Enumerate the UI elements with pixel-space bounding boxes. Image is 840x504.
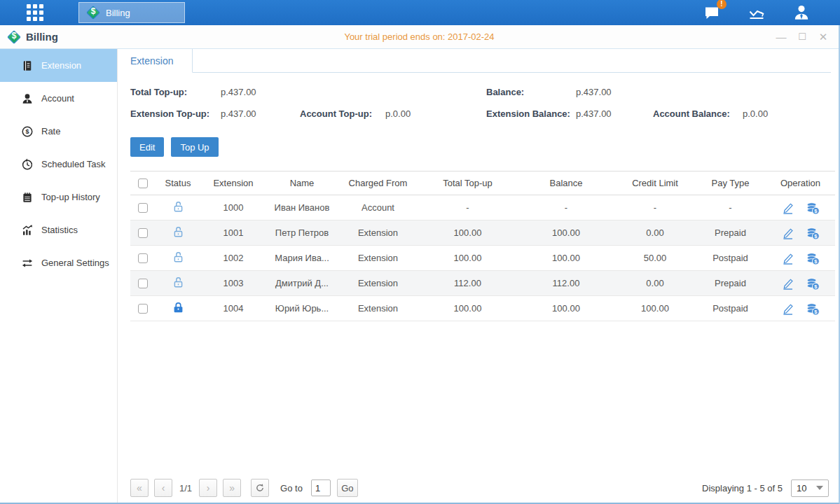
sidebar-item-label: Account: [41, 93, 74, 104]
sidebar-item-scheduled-task[interactable]: Scheduled Task: [0, 148, 117, 181]
cell-pay-type: Postpaid: [695, 296, 766, 321]
row-checkbox[interactable]: [138, 279, 148, 288]
sidebar-item-statistics[interactable]: Statistics: [0, 214, 117, 246]
cell-extension: 1002: [200, 246, 266, 271]
trial-notice: Your trial period ends on: 2017-02-24: [0, 31, 839, 42]
chevron-down-icon: [816, 486, 823, 490]
sidebar-item-label: Rate: [41, 126, 60, 136]
cell-total-topup: 100.00: [418, 246, 517, 271]
edit-row-icon[interactable]: [781, 226, 794, 239]
table-row[interactable]: 1003 Дмитрий Д... Extension 112.00 112.0…: [130, 271, 835, 296]
ledger-icon: [21, 59, 34, 72]
next-page-button[interactable]: ›: [199, 479, 217, 497]
last-page-button[interactable]: »: [223, 479, 241, 497]
sidebar-item-topup-history[interactable]: Top-up History: [0, 181, 117, 214]
extensions-table: Status Extension Name Charged From Total…: [130, 171, 835, 321]
minimize-icon[interactable]: —: [776, 31, 787, 43]
balance-value: p.437.00: [576, 87, 612, 97]
top-up-button[interactable]: Top Up: [171, 137, 218, 157]
tabbar: Extension: [118, 49, 831, 73]
extension-balance-label: Extension Balance:: [486, 108, 576, 119]
displaying-info: Displaying 1 - 5 of 5: [702, 483, 783, 493]
cell-charged-from: Extension: [338, 220, 418, 246]
billing-app-icon: $: [86, 6, 100, 20]
messages-icon[interactable]: !: [701, 4, 722, 22]
edit-row-icon[interactable]: [781, 276, 794, 290]
cell-total-topup: -: [418, 195, 517, 220]
taskbar-item-billing[interactable]: $ Billing: [78, 2, 185, 23]
cell-name: Юрий Юрь...: [266, 296, 338, 321]
top-up-row-icon[interactable]: $: [806, 302, 820, 316]
extension-topup-value: p.437.00: [221, 108, 300, 119]
unlocked-icon: [172, 225, 185, 241]
select-all-checkbox[interactable]: [138, 178, 148, 188]
cell-charged-from: Extension: [338, 296, 418, 321]
refresh-button[interactable]: [251, 479, 269, 497]
action-buttons: Edit Top Up: [130, 137, 831, 157]
cell-pay-type: Postpaid: [695, 246, 766, 271]
go-button[interactable]: Go: [337, 479, 358, 497]
sidebar: Extension Account $ Rate: [0, 49, 118, 503]
cell-extension: 1004: [200, 296, 266, 321]
table-row[interactable]: 1000 Иван Иванов Account - - - -: [130, 195, 835, 220]
cell-charged-from: Account: [338, 195, 418, 220]
notebook-icon: [21, 191, 34, 204]
cell-credit-limit: 0.00: [615, 220, 695, 246]
sidebar-item-account[interactable]: Account: [0, 82, 117, 115]
summary-panel: Total Top-up: p.437.00 Balance: p.437.00…: [118, 73, 831, 127]
reports-chart-icon[interactable]: [746, 4, 767, 22]
col-total-topup: Total Top-up: [418, 172, 517, 195]
user-account-icon[interactable]: [791, 4, 812, 22]
table-row[interactable]: 1002 Мария Ива... Extension 100.00 100.0…: [130, 246, 835, 271]
first-page-button[interactable]: «: [130, 479, 149, 497]
col-extension: Extension: [200, 172, 266, 195]
col-operation: Operation: [766, 172, 835, 195]
taskbar: $ Billing !: [0, 0, 840, 25]
sidebar-item-label: Extension: [41, 60, 81, 71]
cell-balance: 112.00: [517, 271, 615, 296]
svg-text:$: $: [25, 128, 29, 135]
col-charged-from: Charged From: [338, 172, 418, 195]
app-grid-icon[interactable]: [27, 4, 48, 21]
cell-balance: 100.00: [517, 296, 615, 321]
goto-page-input[interactable]: [311, 479, 331, 496]
row-checkbox[interactable]: [138, 304, 148, 314]
edit-button[interactable]: Edit: [130, 137, 164, 157]
screen: $ Billing !: [0, 0, 840, 504]
top-up-row-icon[interactable]: $: [806, 251, 820, 265]
billing-window-icon: $: [7, 30, 21, 44]
row-checkbox[interactable]: [138, 253, 148, 263]
cell-total-topup: 100.00: [418, 220, 517, 246]
content-panel: Extension Total Top-up: p.437.00 Balance…: [118, 49, 839, 503]
dollar-circle-icon: $: [21, 125, 34, 138]
edit-row-icon[interactable]: [781, 201, 794, 214]
sidebar-item-rate[interactable]: $ Rate: [0, 115, 117, 148]
sidebar-item-general-settings[interactable]: General Settings: [0, 246, 117, 279]
tab-extension[interactable]: Extension: [118, 49, 193, 73]
table-row[interactable]: 1001 Петр Петров Extension 100.00 100.00…: [130, 220, 835, 246]
cell-pay-type: -: [695, 195, 766, 220]
sidebar-item-extension[interactable]: Extension: [0, 49, 117, 82]
top-up-row-icon[interactable]: $: [806, 226, 820, 240]
unlocked-icon: [172, 251, 185, 266]
page-size-select[interactable]: 10: [791, 479, 829, 497]
maximize-icon[interactable]: ☐: [797, 31, 808, 43]
row-checkbox[interactable]: [138, 203, 148, 213]
table-header-row: Status Extension Name Charged From Total…: [130, 172, 835, 195]
cell-name: Мария Ива...: [266, 246, 338, 271]
extensions-table-wrap: Status Extension Name Charged From Total…: [130, 171, 831, 321]
cell-balance: 100.00: [517, 246, 615, 271]
top-up-row-icon[interactable]: $: [806, 276, 820, 290]
sidebar-item-label: Scheduled Task: [41, 159, 106, 169]
table-row[interactable]: 1004 Юрий Юрь... Extension 100.00 100.00…: [130, 296, 835, 321]
col-pay-type: Pay Type: [695, 172, 766, 195]
row-checkbox[interactable]: [138, 228, 148, 238]
notification-badge: !: [717, 0, 727, 9]
extension-topup-label: Extension Top-up:: [130, 108, 221, 119]
prev-page-button[interactable]: ‹: [154, 479, 172, 497]
close-icon[interactable]: ✕: [818, 31, 829, 43]
edit-row-icon[interactable]: [781, 251, 794, 265]
edit-row-icon[interactable]: [781, 302, 794, 315]
top-up-row-icon[interactable]: $: [806, 201, 820, 215]
col-status: Status: [156, 172, 200, 195]
